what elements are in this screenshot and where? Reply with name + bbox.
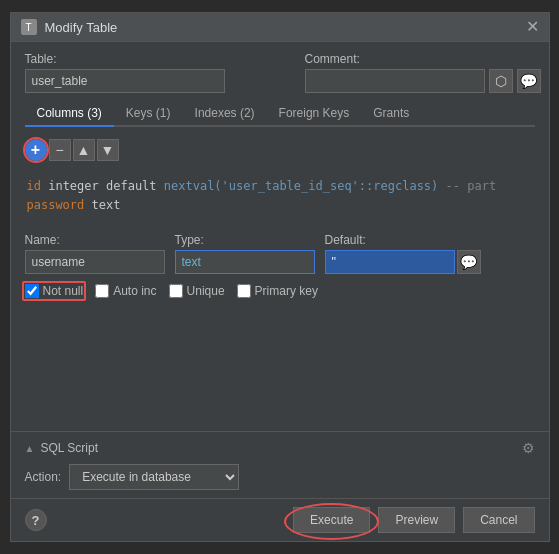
unique-checkbox[interactable] [169, 284, 183, 298]
name-field-group: Name: [25, 233, 165, 274]
column-edit-form: Name: Type: Default: 💬 [25, 227, 535, 306]
sql-script-label: SQL Script [40, 441, 98, 455]
dialog-content: Table: Comment: ⬡ 💬 Columns (3) Keys (1)… [11, 42, 549, 431]
sql-preview: id integer default nextval('user_table_i… [25, 173, 535, 219]
action-row: Action: Execute in database Save to file… [25, 464, 535, 490]
not-null-group: Not null [25, 284, 84, 298]
table-comment-row: Table: Comment: ⬡ 💬 [25, 52, 535, 93]
title-bar-left: T Modify Table [21, 19, 118, 35]
tabs-row: Columns (3) Keys (1) Indexes (2) Foreign… [25, 101, 535, 127]
help-button[interactable]: ? [25, 509, 47, 531]
close-button[interactable]: ✕ [526, 19, 539, 35]
action-select[interactable]: Execute in database Save to file Clipboa… [69, 464, 239, 490]
primary-key-group: Primary key [237, 284, 318, 298]
comment-icon-button[interactable]: 💬 [517, 69, 541, 93]
type-field-group: Type: [175, 233, 315, 274]
action-label: Action: [25, 470, 62, 484]
tab-keys[interactable]: Keys (1) [114, 101, 183, 127]
comment-input-row: ⬡ 💬 [305, 69, 541, 93]
table-label: Table: [25, 52, 225, 66]
table-field-group: Table: [25, 52, 225, 93]
move-up-button[interactable]: ▲ [73, 139, 95, 161]
sql-script-header: ▲ SQL Script ⚙ [25, 440, 535, 456]
sql-id-type: integer default [48, 179, 164, 193]
sql-line-password: password text [27, 196, 533, 215]
default-comment-button[interactable]: 💬 [457, 250, 481, 274]
sql-password-kw: password [27, 198, 85, 212]
sql-script-title-row: ▲ SQL Script [25, 441, 98, 455]
comment-expand-button[interactable]: ⬡ [489, 69, 513, 93]
primary-key-label: Primary key [255, 284, 318, 298]
cancel-button[interactable]: Cancel [463, 507, 534, 533]
default-label: Default: [325, 233, 481, 247]
tab-foreign-keys[interactable]: Foreign Keys [267, 101, 362, 127]
column-toolbar: + − ▲ ▼ [25, 135, 535, 165]
sql-password-type: text [92, 198, 121, 212]
not-null-label: Not null [43, 284, 84, 298]
comment-field-group: Comment: ⬡ 💬 [305, 52, 541, 93]
default-input[interactable] [325, 250, 455, 274]
field-row-main: Name: Type: Default: 💬 [25, 233, 535, 274]
add-column-button[interactable]: + [25, 139, 47, 161]
type-input[interactable] [175, 250, 315, 274]
default-field-group: Default: 💬 [325, 233, 481, 274]
modify-table-dialog: T Modify Table ✕ Table: Comment: ⬡ 💬 Col [10, 12, 550, 542]
sql-id-name: id [27, 179, 41, 193]
not-null-checkbox[interactable] [25, 284, 39, 298]
auto-inc-group: Auto inc [95, 284, 156, 298]
auto-inc-checkbox[interactable] [95, 284, 109, 298]
tab-grants[interactable]: Grants [361, 101, 421, 127]
table-input[interactable] [25, 69, 225, 93]
move-down-button[interactable]: ▼ [97, 139, 119, 161]
dialog-title: Modify Table [45, 20, 118, 35]
sql-id-comment: -- part [446, 179, 497, 193]
title-bar: T Modify Table ✕ [11, 13, 549, 42]
comment-input[interactable] [305, 69, 485, 93]
remove-column-button[interactable]: − [49, 139, 71, 161]
tab-indexes[interactable]: Indexes (2) [183, 101, 267, 127]
sql-script-section: ▲ SQL Script ⚙ Action: Execute in databa… [11, 431, 549, 498]
type-label: Type: [175, 233, 315, 247]
options-row: Not null Auto inc Unique Primary key [25, 282, 535, 300]
bottom-bar: ? Execute Preview Cancel [11, 498, 549, 541]
name-input[interactable] [25, 250, 165, 274]
execute-button[interactable]: Execute [293, 507, 370, 533]
sql-line-id: id integer default nextval('user_table_i… [27, 177, 533, 196]
dialog-icon: T [21, 19, 37, 35]
primary-key-checkbox[interactable] [237, 284, 251, 298]
unique-group: Unique [169, 284, 225, 298]
auto-inc-label: Auto inc [113, 284, 156, 298]
name-label: Name: [25, 233, 165, 247]
collapse-icon[interactable]: ▲ [25, 443, 35, 454]
comment-label: Comment: [305, 52, 541, 66]
gear-icon[interactable]: ⚙ [522, 440, 535, 456]
unique-label: Unique [187, 284, 225, 298]
preview-button[interactable]: Preview [378, 507, 455, 533]
tab-columns[interactable]: Columns (3) [25, 101, 114, 127]
sql-id-func: nextval('user_table_id_seq'::regclass) [164, 179, 439, 193]
